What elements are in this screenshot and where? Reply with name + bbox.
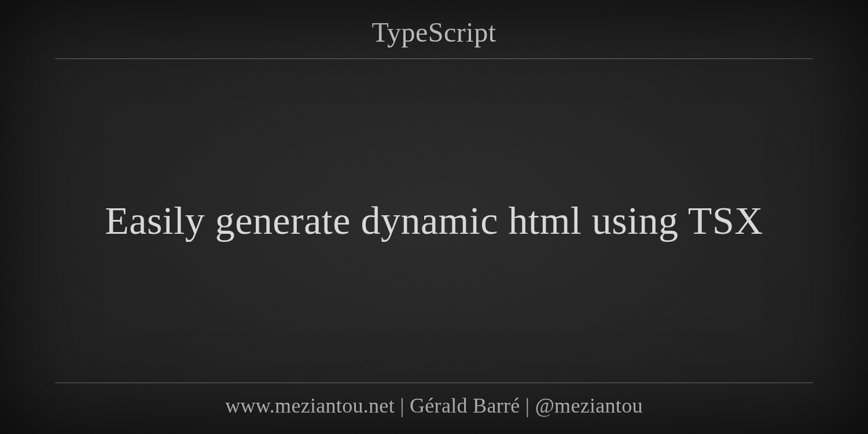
attribution-text: www.meziantou.net | Gérald Barré | @mezi… (0, 393, 868, 418)
footer: www.meziantou.net | Gérald Barré | @mezi… (0, 383, 868, 434)
main-content: Easily generate dynamic html using TSX (0, 59, 868, 382)
category-label: TypeScript (0, 16, 868, 48)
article-title: Easily generate dynamic html using TSX (105, 196, 763, 245)
header: TypeScript (0, 0, 868, 58)
